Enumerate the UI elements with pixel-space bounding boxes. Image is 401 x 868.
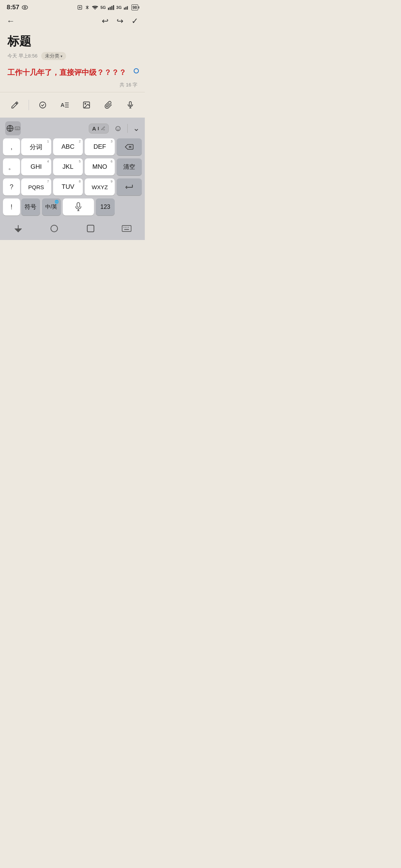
key-mno[interactable]: 6 MNO	[85, 158, 115, 175]
space-key[interactable]	[63, 198, 94, 216]
key-num-5: 5	[79, 160, 81, 163]
eye-icon	[22, 5, 28, 10]
nav-keyboard-icon	[122, 225, 131, 232]
key-text-jkl: JKL	[62, 163, 73, 171]
key-abc[interactable]: 2 ABC	[53, 138, 83, 155]
clear-key[interactable]: 清空	[117, 158, 142, 175]
svg-rect-5	[111, 6, 113, 10]
undo-button[interactable]: ↩	[102, 16, 108, 26]
text-format-icon: A	[60, 101, 69, 109]
enter-icon	[125, 183, 134, 191]
nav-recent-button[interactable]	[79, 222, 102, 235]
svg-rect-21	[15, 127, 20, 130]
svg-rect-6	[113, 5, 114, 10]
confirm-button[interactable]: ✓	[131, 16, 138, 26]
key-def[interactable]: 3 DEF	[85, 138, 115, 155]
status-time: 8:57	[7, 4, 28, 11]
key-wxyz[interactable]: 9 WXYZ	[85, 178, 115, 195]
svg-point-16	[85, 103, 86, 104]
period-key[interactable]: 。	[3, 158, 20, 175]
chevron-down-icon: ▾	[61, 54, 62, 58]
num-label: 123	[100, 204, 110, 210]
comma-key[interactable]: ,	[3, 138, 20, 155]
keyboard-collapse-button[interactable]: ⌄	[133, 124, 140, 133]
globe-keyboard-button[interactable]	[5, 121, 21, 135]
zhcn-key[interactable]: 🌐 中/英	[42, 198, 61, 216]
nav-back-button[interactable]	[7, 222, 29, 235]
status-icons: 5G 3G 98	[77, 4, 138, 10]
battery-icon: 98	[131, 4, 138, 10]
note-title[interactable]: 标题	[7, 33, 137, 50]
delete-key[interactable]	[117, 138, 142, 155]
nav-recent-icon	[87, 224, 95, 233]
clear-label: 清空	[123, 163, 135, 171]
keyboard-main: , 1 分词 2 ABC 3 DEF	[0, 138, 145, 216]
bluetooth-icon	[85, 4, 90, 10]
redo-button[interactable]: ↪	[117, 16, 123, 26]
keyboard-area: A I ☺ ⌄ , 1 分词 2	[0, 118, 145, 240]
note-content[interactable]: 工作十几年了，直接评中级？？？？	[7, 67, 137, 78]
mic-space-icon	[74, 202, 82, 212]
globe-small-icon: 🌐	[55, 200, 59, 204]
key-fenci[interactable]: 1 分词	[21, 138, 51, 155]
back-button[interactable]: ←	[7, 16, 15, 26]
symbol-label: 符号	[25, 203, 36, 211]
key-text-mno: MNO	[92, 163, 107, 171]
svg-rect-4	[110, 7, 111, 10]
note-category-button[interactable]: 未分类 ▾	[41, 52, 66, 60]
word-count: 共 16 字	[0, 78, 145, 92]
format-tool-button[interactable]: A	[56, 97, 73, 113]
emoji-button[interactable]: ☺	[114, 124, 122, 133]
checklist-tool-button[interactable]	[35, 97, 51, 113]
ai-edit-icon	[101, 126, 105, 131]
signal-3g: 3G	[116, 5, 122, 10]
note-date: 今天 早上8:56	[7, 53, 38, 59]
key-num-9: 9	[111, 180, 113, 183]
toolbar-right: ↩ ↪ ✓	[102, 16, 138, 26]
signal-5g: 5G	[100, 5, 106, 10]
pencil-icon	[11, 101, 19, 109]
nav-bar	[0, 218, 145, 240]
keyboard-top-right: A I ☺ ⌄	[89, 124, 140, 134]
edit-tool-button[interactable]	[7, 97, 23, 113]
nav-home-button[interactable]	[43, 222, 65, 235]
ai-button[interactable]: A I	[89, 124, 108, 134]
globe-icon	[6, 124, 14, 132]
toolbar-divider	[29, 100, 29, 110]
key-pqrs[interactable]: 7 PQRS	[21, 178, 51, 195]
key-text-def: DEF	[94, 143, 106, 151]
question-key[interactable]: ?	[3, 178, 20, 195]
nav-keyboard-button[interactable]	[115, 222, 138, 235]
image-tool-button[interactable]	[78, 97, 95, 113]
key-jkl[interactable]: 5 JKL	[53, 158, 83, 175]
key-num-7: 7	[47, 180, 49, 183]
ai-icon: A	[92, 125, 96, 132]
backspace-icon	[124, 143, 134, 151]
key-ghi[interactable]: 4 GHI	[21, 158, 51, 175]
symbol-key[interactable]: 符号	[21, 198, 40, 216]
wifi-icon	[92, 5, 98, 10]
svg-rect-3	[108, 8, 109, 10]
exclaim-key[interactable]: !	[3, 198, 20, 216]
enter-key[interactable]	[117, 178, 142, 195]
text-cursor	[134, 68, 139, 73]
key-text-tuv: TUV	[62, 183, 74, 191]
key-num-4: 4	[47, 160, 49, 163]
mic-tool-button[interactable]	[122, 97, 138, 113]
zhcn-label: 中/英	[45, 204, 57, 210]
key-num-6: 6	[111, 160, 113, 163]
svg-rect-9	[127, 6, 128, 10]
svg-point-0	[22, 6, 28, 10]
battery-level: 98	[133, 5, 137, 10]
key-text-fenci: 分词	[30, 143, 42, 151]
category-label: 未分类	[45, 53, 59, 59]
attach-tool-button[interactable]	[100, 97, 117, 113]
key-num-8: 8	[79, 180, 81, 183]
key-tuv[interactable]: 8 TUV	[53, 178, 83, 195]
note-body-text: 工作十几年了，直接评中级？？？？	[7, 68, 126, 76]
num-key[interactable]: 123	[96, 198, 115, 216]
nav-home-icon	[50, 224, 59, 233]
note-area: 标题 今天 早上8:56 未分类 ▾ 工作十几年了，直接评中级？？？？	[0, 30, 145, 78]
key-num-3: 3	[111, 139, 113, 143]
key-num-1: 1	[47, 139, 49, 143]
